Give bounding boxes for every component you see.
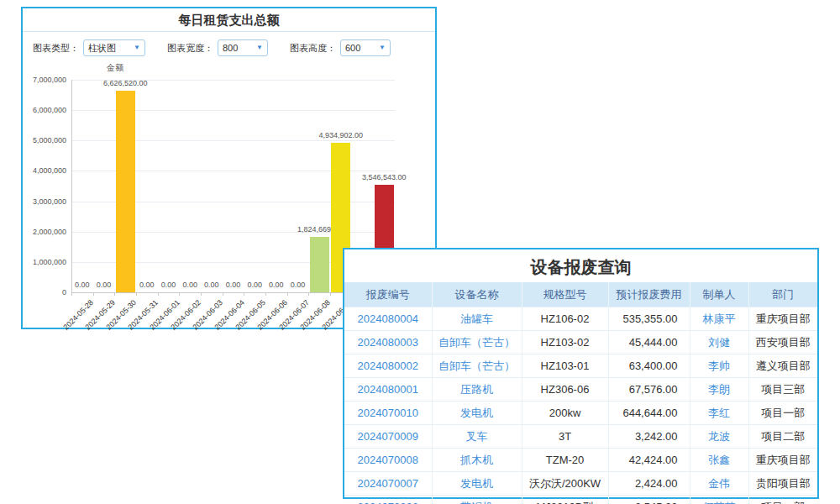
spec-cell: MJ3210B型 bbox=[522, 496, 608, 504]
dept-cell: 贵阳项目部 bbox=[748, 472, 817, 496]
x-axis-tick bbox=[287, 292, 288, 296]
y-axis-tick-label: 3,000,000 bbox=[23, 197, 66, 206]
x-axis-tick bbox=[71, 292, 72, 296]
y-axis-tick-label: 0 bbox=[23, 288, 66, 297]
bar-value-label: 3,546,543.00 bbox=[345, 173, 423, 181]
dept-cell: 项目一部 bbox=[748, 402, 817, 425]
id-cell[interactable]: 2024070008 bbox=[344, 449, 432, 472]
id-cell[interactable]: 2024070006 bbox=[344, 496, 432, 504]
table-row: 2024070008抓木机TZM-2042,424.00张鑫重庆项目部 bbox=[344, 449, 817, 472]
creator-cell[interactable]: 刘健 bbox=[690, 331, 748, 354]
column-header: 报废编号 bbox=[344, 282, 432, 307]
spec-cell: 200kw bbox=[522, 402, 608, 425]
id-cell[interactable]: 2024080002 bbox=[344, 354, 432, 378]
table-header-row: 报废编号设备名称规格型号预计报废费用制单人部门 bbox=[344, 282, 817, 307]
dept-cell: 项目三部 bbox=[748, 378, 817, 402]
cost-cell: 42,424.00 bbox=[608, 449, 690, 472]
y-axis-tick-label: 6,000,000 bbox=[23, 106, 66, 114]
table-row: 2024070007发电机沃尔沃/200KW2,424.00金伟贵阳项目部 bbox=[344, 472, 817, 496]
dept-cell: 重庆项目部 bbox=[748, 449, 817, 472]
x-axis-tick bbox=[179, 292, 180, 296]
name-cell[interactable]: 压路机 bbox=[432, 378, 522, 402]
id-cell[interactable]: 2024080003 bbox=[344, 331, 432, 354]
name-cell[interactable]: 发电机 bbox=[432, 472, 522, 496]
name-cell[interactable]: 发电机 bbox=[432, 402, 522, 425]
x-axis-tick bbox=[93, 292, 94, 296]
app-workspace: 每日租赁支出总额 图表类型：柱状图▼图表宽度：800▼图表高度：600▼ 金额 … bbox=[0, 0, 840, 504]
creator-cell[interactable]: 李红 bbox=[690, 402, 748, 425]
id-cell[interactable]: 2024070007 bbox=[344, 472, 432, 496]
y-axis-tick-label: 7,000,000 bbox=[23, 76, 66, 84]
cost-cell: 63,400.00 bbox=[608, 354, 690, 378]
table-row: 2024080003自卸车（芒古）HZ103-0245,444.00刘健西安项目… bbox=[344, 331, 817, 354]
creator-cell[interactable]: 金伟 bbox=[690, 472, 748, 496]
creator-cell[interactable]: 何芷茵 bbox=[690, 496, 748, 504]
id-cell[interactable]: 2024070009 bbox=[344, 425, 432, 449]
x-axis-tick bbox=[158, 292, 159, 296]
x-axis-tick bbox=[223, 292, 223, 296]
cost-cell: 2,424.00 bbox=[608, 472, 690, 496]
y-axis-title: 金额 bbox=[107, 62, 123, 74]
column-header: 设备名称 bbox=[432, 282, 522, 307]
dept-cell: 西安项目部 bbox=[748, 331, 817, 354]
table-row: 2024070006带锯机MJ3210B型2,545.00何芷茵项目一部 bbox=[344, 496, 817, 504]
x-axis-tick bbox=[330, 292, 331, 296]
dept-cell: 项目一部 bbox=[748, 496, 817, 504]
y-axis-tick-label: 5,000,000 bbox=[23, 136, 66, 144]
scrap-query-panel: 设备报废查询 报废编号设备名称规格型号预计报废费用制单人部门 202408000… bbox=[343, 248, 819, 499]
bar-value-label: 4,934,902.00 bbox=[302, 131, 380, 139]
bar-value-label: 6,626,520.00 bbox=[87, 79, 164, 87]
x-axis-tick bbox=[265, 292, 266, 296]
id-cell[interactable]: 2024080001 bbox=[344, 378, 432, 402]
name-cell[interactable]: 油罐车 bbox=[432, 307, 522, 331]
cost-cell: 67,576.00 bbox=[608, 378, 690, 402]
dept-cell: 项目二部 bbox=[748, 425, 817, 449]
cost-cell: 3,242.00 bbox=[608, 425, 690, 449]
creator-cell[interactable]: 林康平 bbox=[690, 307, 748, 331]
cost-cell: 2,545.00 bbox=[608, 496, 690, 504]
scrap-table: 报废编号设备名称规格型号预计报废费用制单人部门 2024080004油罐车HZ1… bbox=[344, 282, 817, 504]
y-axis-tick-label: 1,000,000 bbox=[23, 258, 66, 266]
id-cell[interactable]: 2024070010 bbox=[344, 402, 432, 425]
cost-cell: 45,444.00 bbox=[608, 331, 690, 354]
y-axis-tick-label: 2,000,000 bbox=[23, 228, 66, 236]
y-axis-line bbox=[71, 80, 72, 292]
spec-cell: HZ306-06 bbox=[522, 378, 608, 402]
x-axis-tick bbox=[114, 292, 115, 296]
x-axis-tick bbox=[308, 292, 309, 296]
spec-cell: HZ103-02 bbox=[522, 331, 608, 354]
column-header: 部门 bbox=[748, 282, 817, 307]
creator-cell[interactable]: 李帅 bbox=[690, 354, 748, 378]
x-axis-tick bbox=[244, 292, 244, 296]
y-axis-tick-label: 4,000,000 bbox=[23, 166, 66, 175]
column-header: 预计报废费用 bbox=[608, 282, 690, 307]
creator-cell[interactable]: 龙波 bbox=[690, 425, 748, 449]
name-cell[interactable]: 自卸车（芒古） bbox=[432, 331, 522, 354]
column-header: 制单人 bbox=[690, 282, 748, 307]
name-cell[interactable]: 带锯机 bbox=[432, 496, 522, 504]
spec-cell: HZ103-01 bbox=[522, 354, 608, 378]
table-row: 2024080004油罐车HZ106-02535,355.00林康平重庆项目部 bbox=[344, 307, 817, 331]
x-axis-tick bbox=[136, 292, 137, 296]
id-cell[interactable]: 2024080004 bbox=[344, 307, 432, 331]
dept-cell: 重庆项目部 bbox=[748, 307, 817, 331]
creator-cell[interactable]: 李朗 bbox=[690, 378, 748, 402]
table-row: 2024080001压路机HZ306-0667,576.00李朗项目三部 bbox=[344, 378, 817, 402]
column-header: 规格型号 bbox=[522, 282, 608, 307]
bar bbox=[116, 91, 135, 292]
cost-cell: 535,355.00 bbox=[608, 307, 690, 331]
name-cell[interactable]: 抓木机 bbox=[432, 449, 522, 472]
table-panel-title: 设备报废查询 bbox=[344, 249, 817, 282]
creator-cell[interactable]: 张鑫 bbox=[690, 449, 748, 472]
table-row: 2024080002自卸车（芒古）HZ103-0163,400.00李帅遵义项目… bbox=[344, 354, 817, 378]
spec-cell: 沃尔沃/200KW bbox=[522, 472, 608, 496]
spec-cell: HZ106-02 bbox=[522, 307, 608, 331]
x-axis-tick bbox=[201, 292, 202, 296]
table-row: 2024070010发电机200kw644,644.00李红项目一部 bbox=[344, 402, 817, 425]
spec-cell: 3T bbox=[522, 425, 608, 449]
table-row: 2024070009叉车3T3,242.00龙波项目二部 bbox=[344, 425, 817, 449]
name-cell[interactable]: 叉车 bbox=[432, 425, 522, 449]
dept-cell: 遵义项目部 bbox=[748, 354, 817, 378]
name-cell[interactable]: 自卸车（芒古） bbox=[432, 354, 522, 378]
spec-cell: TZM-20 bbox=[522, 449, 608, 472]
